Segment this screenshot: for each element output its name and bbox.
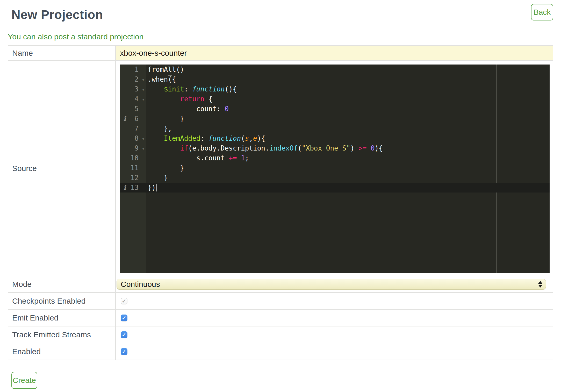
code-line[interactable]: 10 s.count += 1; xyxy=(120,153,550,163)
source-cell: 1fromAll()2▾.when({3▾ $init: function(){… xyxy=(116,61,553,276)
projection-form-table: Name Source 1fromAll()2▾.when({3▾ $init:… xyxy=(8,45,553,360)
track-emitted-streams-checkbox[interactable]: ✓ xyxy=(121,331,127,338)
gutter-cell: i6 xyxy=(120,114,146,124)
table-row: Checkpoints Enabled ✓ xyxy=(8,293,553,309)
table-row: Emit Enabled ✓ xyxy=(8,309,553,326)
checkpoints-enabled-checkbox: ✓ xyxy=(121,298,127,304)
table-row: Source 1fromAll()2▾.when({3▾ $init: func… xyxy=(8,61,553,276)
indent-guide xyxy=(180,104,180,113)
enabled-label: Enabled xyxy=(8,343,116,360)
mode-cell: Continuous xyxy=(116,276,553,293)
table-row: Track Emitted Streams ✓ xyxy=(8,326,553,343)
line-number: 7 xyxy=(134,125,139,132)
mode-label: Mode xyxy=(8,276,116,293)
gutter-cell: 1 xyxy=(120,65,146,74)
indent-guide xyxy=(164,163,164,172)
source-label: Source xyxy=(8,61,116,276)
indent-guide xyxy=(164,104,164,113)
code-line[interactable]: 9▾ if(e.body.Description.indexOf("Xbox O… xyxy=(120,143,550,153)
gutter-cell: 8▾ xyxy=(120,133,146,143)
line-number: 13 xyxy=(131,184,139,191)
gutter-cell: 9▾ xyxy=(120,143,146,153)
fold-icon[interactable]: ▾ xyxy=(142,75,145,84)
gutter-cell: 7 xyxy=(120,124,146,133)
page-header: New Projection Back xyxy=(8,4,553,28)
source-code-editor[interactable]: 1fromAll()2▾.when({3▾ $init: function(){… xyxy=(120,65,550,273)
code-line[interactable]: 2▾.when({ xyxy=(120,74,550,84)
line-number: 9 xyxy=(134,144,139,152)
back-button[interactable]: Back xyxy=(531,4,553,20)
checkpoints-enabled-label: Checkpoints Enabled xyxy=(8,293,116,309)
code-line[interactable]: i13}) xyxy=(120,183,550,193)
line-number: 8 xyxy=(134,134,139,142)
table-row: Enabled ✓ xyxy=(8,343,553,360)
info-annotation-icon: i xyxy=(124,183,126,193)
gutter-cell: 5 xyxy=(120,104,146,114)
new-projection-page: New Projection Back You can also post a … xyxy=(0,0,561,389)
code-line[interactable]: 1fromAll() xyxy=(120,65,550,74)
code-line[interactable]: 7 }, xyxy=(120,124,550,133)
emit-enabled-cell: ✓ xyxy=(116,309,553,326)
fold-icon[interactable]: ▾ xyxy=(142,134,145,144)
table-row: Name xyxy=(8,46,553,61)
emit-enabled-checkbox[interactable]: ✓ xyxy=(121,315,127,321)
page-title: New Projection xyxy=(11,8,103,22)
name-cell xyxy=(116,46,553,61)
info-annotation-icon: i xyxy=(124,114,126,124)
code-line[interactable]: 8▾ ItemAdded: function(s,e){ xyxy=(120,133,550,143)
gutter-cell: 2▾ xyxy=(120,74,146,84)
text-cursor xyxy=(156,184,157,191)
emit-enabled-label: Emit Enabled xyxy=(8,309,116,326)
fold-icon[interactable]: ▾ xyxy=(142,84,145,94)
track-emitted-streams-label: Track Emitted Streams xyxy=(8,326,116,343)
code-line[interactable]: 12 } xyxy=(120,173,550,183)
create-button[interactable]: Create xyxy=(11,372,37,389)
line-number: 5 xyxy=(134,105,139,113)
name-input[interactable] xyxy=(116,46,553,60)
indent-guide xyxy=(180,154,180,162)
name-label: Name xyxy=(8,46,116,61)
indent-guide xyxy=(164,114,164,123)
gutter-cell: 12 xyxy=(120,173,146,183)
code-line[interactable]: 11 } xyxy=(120,163,550,173)
line-number: 2 xyxy=(134,75,139,83)
fold-icon[interactable]: ▾ xyxy=(142,94,145,104)
line-number: 10 xyxy=(131,154,139,162)
indent-guide xyxy=(164,154,164,162)
mode-select[interactable]: Continuous xyxy=(117,279,546,290)
indent-guide xyxy=(164,95,164,103)
gutter-cell: 3▾ xyxy=(120,84,146,94)
table-row: Mode Continuous xyxy=(8,276,553,293)
checkpoints-enabled-cell: ✓ xyxy=(116,293,553,309)
code-line[interactable]: 4▾ return { xyxy=(120,94,550,104)
line-number: 12 xyxy=(131,174,139,182)
arrow-up-icon xyxy=(538,281,542,284)
track-emitted-streams-cell: ✓ xyxy=(116,326,553,343)
gutter-cell: 4▾ xyxy=(120,94,146,104)
enabled-checkbox[interactable]: ✓ xyxy=(121,348,127,355)
select-stepper-icon xyxy=(538,281,542,288)
line-number: 3 xyxy=(134,85,139,93)
gutter-cell: 10 xyxy=(120,153,146,163)
enabled-cell: ✓ xyxy=(116,343,553,360)
code-line[interactable]: 3▾ $init: function(){ xyxy=(120,84,550,94)
fold-icon[interactable]: ▾ xyxy=(142,144,145,153)
code-line[interactable]: i6 } xyxy=(120,114,550,124)
standard-projection-link[interactable]: You can also post a standard projection xyxy=(8,32,143,41)
arrow-down-icon xyxy=(538,285,542,288)
editor-lines: 1fromAll()2▾.when({3▾ $init: function(){… xyxy=(120,65,550,193)
gutter-cell: 11 xyxy=(120,163,146,173)
line-number: 6 xyxy=(134,115,139,123)
mode-select-value: Continuous xyxy=(117,280,160,289)
line-number: 1 xyxy=(134,66,139,73)
line-number: 11 xyxy=(131,164,139,172)
indent-guide xyxy=(164,144,164,153)
code-line[interactable]: 5 count: 0 xyxy=(120,104,550,114)
line-number: 4 xyxy=(134,95,139,103)
gutter-cell: i13 xyxy=(120,183,146,193)
